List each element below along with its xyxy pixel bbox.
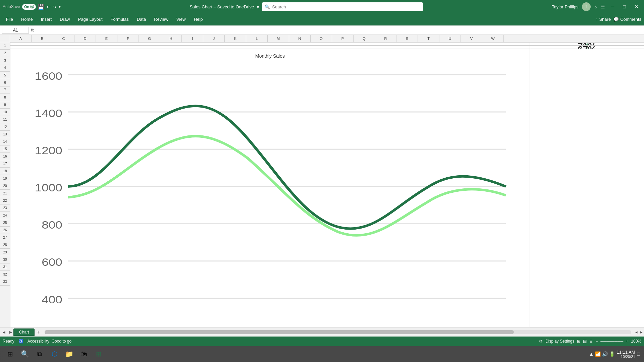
row-33[interactable]: 33	[0, 278, 10, 286]
col-i[interactable]: I	[182, 35, 203, 42]
col-n[interactable]: N	[289, 35, 311, 42]
customize-icon[interactable]: ▾	[59, 4, 61, 9]
normal-view-icon[interactable]: ⊞	[577, 339, 580, 344]
share-button[interactable]: ↑ Share	[596, 17, 611, 22]
tab-view[interactable]: View	[173, 15, 189, 23]
col-a[interactable]: A	[10, 35, 32, 42]
microsoft-icon[interactable]: ⬦	[594, 4, 597, 10]
page-break-icon[interactable]: ⊟	[589, 339, 593, 344]
restore-button[interactable]: □	[621, 3, 629, 10]
col-o[interactable]: O	[311, 35, 332, 42]
tab-review[interactable]: Review	[151, 15, 172, 23]
row-6[interactable]: 6	[0, 79, 10, 86]
row-1[interactable]: 1	[0, 42, 10, 50]
redo-icon[interactable]: ↪	[53, 4, 57, 9]
col-g[interactable]: G	[139, 35, 160, 42]
account-icon[interactable]: ☰	[601, 4, 605, 9]
add-sheet-button[interactable]: +	[35, 329, 42, 335]
row-7[interactable]: 7	[0, 86, 10, 94]
row-3[interactable]: 3	[0, 57, 10, 64]
col-t[interactable]: T	[418, 35, 439, 42]
minimize-button[interactable]: ─	[608, 3, 617, 10]
col-v[interactable]: V	[461, 35, 482, 42]
row-24[interactable]: 24	[0, 212, 10, 219]
row-4[interactable]: 4	[0, 64, 10, 72]
zoom-out-icon[interactable]: −	[595, 339, 598, 344]
col-h[interactable]: H	[160, 35, 182, 42]
display-settings-label[interactable]: Display Settings	[545, 339, 574, 344]
autosave-toggle[interactable]: On ⓪	[22, 4, 36, 10]
nav-right-icon[interactable]: ▸	[8, 329, 13, 335]
zoom-slider[interactable]: ────────	[600, 339, 623, 344]
row-13[interactable]: 13	[0, 131, 10, 138]
row-12[interactable]: 12	[0, 123, 10, 131]
scroll-right-icon[interactable]: ▸	[639, 329, 644, 335]
row-8[interactable]: 8	[0, 94, 10, 101]
tab-data[interactable]: Data	[133, 15, 149, 23]
tab-file[interactable]: File	[3, 15, 16, 23]
col-m[interactable]: M	[268, 35, 289, 42]
col-c[interactable]: C	[53, 35, 74, 42]
row-25[interactable]: 25	[0, 219, 10, 227]
row-11[interactable]: 11	[0, 116, 10, 123]
page-layout-icon[interactable]: ▤	[583, 339, 587, 344]
comments-button[interactable]: 💬 Comments	[613, 17, 641, 22]
formula-input[interactable]	[36, 27, 642, 33]
row-17[interactable]: 17	[0, 160, 10, 168]
row-5[interactable]: 5	[0, 72, 10, 79]
row-19[interactable]: 19	[0, 175, 10, 182]
col-q[interactable]: Q	[354, 35, 375, 42]
row-28[interactable]: 28	[0, 241, 10, 249]
close-button[interactable]: ✕	[632, 3, 641, 10]
col-s[interactable]: S	[396, 35, 418, 42]
tab-formulas[interactable]: Formulas	[107, 15, 132, 23]
sheet-tab-chart[interactable]: Chart	[13, 328, 35, 336]
row-30[interactable]: 30	[0, 256, 10, 263]
task-view-button[interactable]: ⧉	[34, 348, 46, 360]
row-29[interactable]: 29	[0, 249, 10, 256]
display-settings-icon[interactable]: ⚙	[539, 339, 543, 344]
save-icon[interactable]: 💾	[38, 4, 45, 10]
scroll-left-icon[interactable]: ◂	[634, 329, 639, 335]
row-26[interactable]: 26	[0, 227, 10, 234]
col-r[interactable]: R	[375, 35, 396, 42]
row-14[interactable]: 14	[0, 138, 10, 145]
col-k[interactable]: K	[225, 35, 246, 42]
row-9[interactable]: 9	[0, 101, 10, 109]
start-button[interactable]: ⊞	[4, 348, 16, 360]
tab-home[interactable]: Home	[18, 15, 36, 23]
col-l[interactable]: L	[246, 35, 268, 42]
tab-insert[interactable]: Insert	[38, 15, 55, 23]
row-32[interactable]: 32	[0, 271, 10, 278]
nav-left-icon[interactable]: ◂	[0, 329, 8, 335]
col-p[interactable]: P	[332, 35, 354, 42]
row-27[interactable]: 27	[0, 234, 10, 241]
horizontal-scrollbar[interactable]	[45, 330, 631, 334]
col-d[interactable]: D	[74, 35, 96, 42]
col-e[interactable]: E	[96, 35, 117, 42]
row-20[interactable]: 20	[0, 182, 10, 190]
col-b[interactable]: B	[32, 35, 53, 42]
row-10[interactable]: 10	[0, 109, 10, 116]
zoom-in-icon[interactable]: +	[626, 339, 628, 344]
row-21[interactable]: 21	[0, 190, 10, 197]
col-f[interactable]: F	[117, 35, 139, 42]
tab-pagelayout[interactable]: Page Layout	[75, 15, 106, 23]
store-icon[interactable]: 🛍	[78, 348, 90, 360]
search-taskbar-button[interactable]: 🔍	[19, 348, 31, 360]
tab-help[interactable]: Help	[191, 15, 206, 23]
notification-icon[interactable]: □	[637, 351, 640, 357]
col-j[interactable]: J	[203, 35, 225, 42]
search-input[interactable]	[272, 4, 420, 9]
cell-reference[interactable]	[2, 27, 29, 34]
edge-browser-icon[interactable]: ⬡	[48, 348, 60, 360]
row-15[interactable]: 15	[0, 145, 10, 153]
col-w[interactable]: W	[482, 35, 504, 42]
row-31[interactable]: 31	[0, 263, 10, 271]
excel-icon[interactable]: ⊞	[93, 348, 105, 360]
row-2[interactable]: 2	[0, 50, 10, 57]
dropdown-icon[interactable]: ▾	[257, 4, 259, 10]
search-bar[interactable]: 🔍	[262, 2, 423, 11]
row-18[interactable]: 18	[0, 168, 10, 175]
undo-icon[interactable]: ↩	[47, 4, 51, 9]
